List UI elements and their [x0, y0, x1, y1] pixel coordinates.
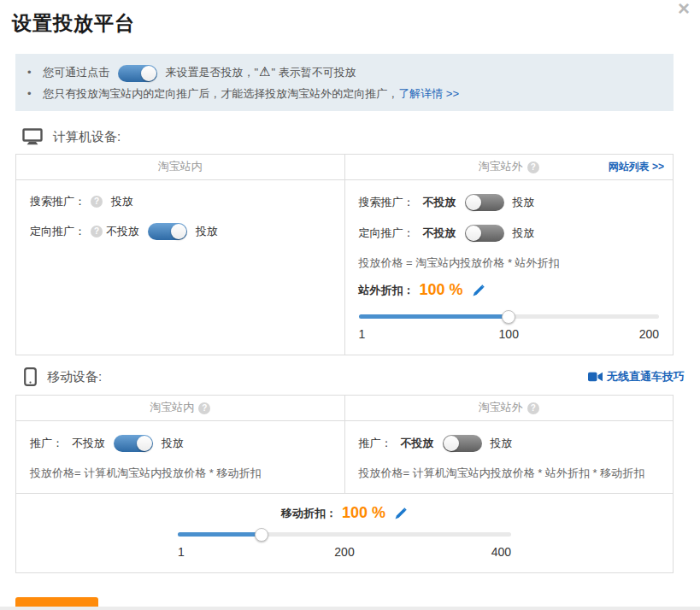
mobile-slider-track[interactable]	[178, 532, 511, 537]
offsite-search-label: 搜索推广：	[359, 195, 415, 210]
notice-1-text-mid: 来设置是否投放，"	[165, 66, 258, 79]
computer-offsite-header-label: 淘宝站外	[479, 160, 523, 173]
computer-offsite-header: 淘宝站外? 网站列表 >>	[344, 155, 674, 179]
video-camera-icon	[588, 372, 603, 382]
warning-icon: ⚠	[259, 64, 270, 79]
learn-more-link[interactable]: 了解详情 >>	[398, 87, 459, 100]
onsite-search-row: 搜索推广： ? 投放	[30, 194, 331, 209]
offsite-slider-knob[interactable]	[502, 310, 515, 324]
offsite-target-off-label: 不投放	[423, 226, 456, 241]
mobile-offsite-header: 淘宝站外?	[344, 396, 674, 420]
help-icon[interactable]: ?	[91, 196, 103, 208]
mobile-panel: 淘宝站内? 淘宝站外? 推广： 不投放 投放 投放价格= 计算机淘宝站内投放价格…	[15, 395, 674, 573]
computer-offsite-cell: 搜索推广： 不投放 投放 定向推广： 不投放 投放 投放价格 = 淘宝站内投放价…	[344, 180, 674, 355]
page-title: 设置投放平台	[12, 10, 700, 37]
mobile-offsite-on-label: 投放	[491, 436, 513, 451]
close-icon[interactable]: ×	[678, 0, 690, 19]
mobile-onsite-cell: 推广： 不投放 投放 投放价格= 计算机淘宝站内投放价格 * 移动折扣	[16, 421, 344, 493]
mobile-offsite-price-formula: 投放价格= 计算机淘宝站内投放价格 * 站外折扣 * 移动折扣	[359, 466, 660, 481]
tick-max: 400	[491, 545, 511, 559]
mobile-onsite-on-label: 投放	[162, 436, 184, 451]
page-bottom-edge	[0, 607, 700, 610]
offsite-target-toggle[interactable]	[465, 225, 504, 242]
wireless-tips-link[interactable]: 无线直通车技巧	[588, 369, 685, 384]
edit-pencil-icon[interactable]	[394, 507, 408, 520]
help-icon[interactable]: ?	[91, 226, 103, 238]
offsite-discount-slider: 1 100 200	[359, 314, 660, 343]
help-icon[interactable]: ?	[198, 402, 210, 414]
computer-section-label: 计算机设备:	[53, 129, 121, 145]
help-icon[interactable]: ?	[527, 402, 539, 414]
notice-2-text: 您只有投放淘宝站内的定向推广后，才能选择投放淘宝站外的定向推广，	[43, 87, 398, 100]
offsite-search-off-label: 不投放	[423, 195, 456, 210]
tick-min: 1	[178, 545, 185, 559]
mobile-slider-knob[interactable]	[255, 528, 268, 542]
mobile-offsite-cell: 推广： 不投放 投放 投放价格= 计算机淘宝站内投放价格 * 站外折扣 * 移动…	[344, 421, 674, 493]
mobile-onsite-header-label: 淘宝站内	[150, 401, 194, 414]
onsite-target-row: 定向推广： ? 不投放 投放	[30, 223, 331, 240]
mobile-onsite-off-label: 不投放	[72, 436, 105, 451]
offsite-search-toggle[interactable]	[465, 194, 504, 211]
tick-max: 200	[639, 327, 659, 341]
mobile-discount-line: 移动折扣： 100 %	[16, 504, 673, 522]
tick-mid: 100	[499, 327, 519, 341]
mobile-onsite-promo-label: 推广：	[30, 436, 63, 451]
tick-mid: 200	[334, 545, 354, 559]
example-toggle	[118, 65, 157, 82]
offsite-slider-track[interactable]	[359, 314, 660, 319]
website-list-link[interactable]: 网站列表 >>	[609, 155, 664, 179]
offsite-slider-ticks: 1 100 200	[359, 327, 660, 343]
mobile-section-label: 移动设备:	[47, 369, 102, 385]
computer-onsite-header: 淘宝站内	[16, 155, 344, 179]
mobile-discount-row: 移动折扣： 100 % 1 200 400	[16, 493, 673, 572]
onsite-target-off-label: 不投放	[106, 224, 139, 239]
computer-section-header: 计算机设备:	[22, 128, 700, 145]
desktop-icon	[22, 128, 43, 145]
mobile-discount-label: 移动折扣：	[281, 506, 337, 521]
onsite-search-state: 投放	[111, 194, 133, 209]
offsite-search-row: 搜索推广： 不投放 投放	[359, 194, 660, 211]
offsite-target-label: 定向推广：	[359, 226, 415, 241]
mobile-offsite-promo-row: 推广： 不投放 投放	[359, 435, 660, 452]
offsite-discount-line: 站外折扣： 100 %	[359, 281, 660, 299]
mobile-discount-slider: 1 200 400	[178, 532, 511, 560]
offsite-search-on-label: 投放	[513, 195, 535, 210]
mobile-offsite-promo-label: 推广：	[359, 436, 392, 451]
tick-min: 1	[359, 327, 366, 341]
computer-panel: 淘宝站内 淘宝站外? 网站列表 >> 搜索推广： ? 投放 定向推广： ? 不投…	[15, 154, 674, 355]
offsite-target-row: 定向推广： 不投放 投放	[359, 225, 660, 242]
notice-1-text-after: " 表示暂不可投放	[272, 66, 356, 79]
notice-line-1: 您可通过点击 来设置是否投放，"⚠" 表示暂不可投放	[27, 61, 662, 83]
mobile-onsite-promo-row: 推广： 不投放 投放	[30, 435, 331, 452]
notice-box: 您可通过点击 来设置是否投放，"⚠" 表示暂不可投放 您只有投放淘宝站内的定向推…	[15, 54, 674, 111]
offsite-target-on-label: 投放	[513, 226, 535, 241]
mobile-onsite-toggle[interactable]	[114, 435, 153, 452]
onsite-target-toggle[interactable]	[148, 223, 187, 240]
mobile-discount-value: 100 %	[342, 504, 385, 522]
offsite-discount-label: 站外折扣：	[359, 283, 415, 298]
notice-line-2: 您只有投放淘宝站内的定向推广后，才能选择投放淘宝站外的定向推广，了解详情 >>	[27, 83, 662, 104]
offsite-discount-value: 100 %	[420, 281, 463, 299]
help-icon[interactable]: ?	[527, 161, 539, 173]
onsite-target-label: 定向推广：	[30, 224, 85, 239]
mobile-onsite-price-formula: 投放价格= 计算机淘宝站内投放价格 * 移动折扣	[30, 466, 331, 481]
computer-onsite-header-label: 淘宝站内	[158, 160, 203, 173]
mobile-offsite-toggle[interactable]	[443, 435, 482, 452]
onsite-target-on-label: 投放	[196, 224, 218, 239]
onsite-search-label: 搜索推广：	[30, 194, 85, 209]
mobile-offsite-header-label: 淘宝站外	[479, 401, 523, 414]
mobile-section-header: 移动设备:	[24, 367, 102, 386]
mobile-slider-ticks: 1 200 400	[178, 545, 511, 560]
wireless-tips-label: 无线直通车技巧	[607, 369, 685, 384]
computer-onsite-cell: 搜索推广： ? 投放 定向推广： ? 不投放 投放	[16, 180, 344, 355]
mobile-offsite-off-label: 不投放	[401, 436, 434, 451]
edit-pencil-icon[interactable]	[472, 284, 485, 297]
mobile-phone-icon	[24, 367, 37, 386]
notice-1-text-before: 您可通过点击	[43, 66, 109, 79]
offsite-price-formula: 投放价格 = 淘宝站内投放价格 * 站外折扣	[359, 255, 660, 271]
mobile-onsite-header: 淘宝站内?	[16, 396, 344, 420]
